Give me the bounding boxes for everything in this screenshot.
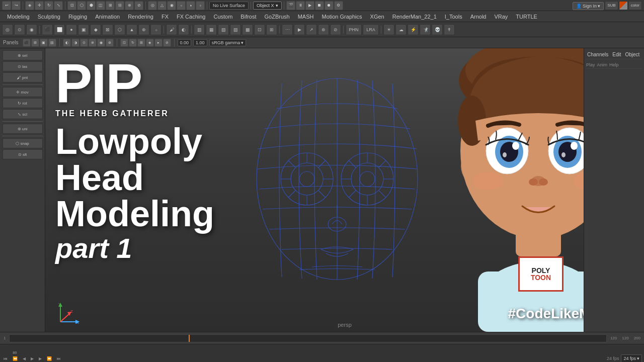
move-btn[interactable]: ✛: [35, 1, 44, 10]
menu-itools[interactable]: I_Tools: [441, 11, 466, 22]
snap-btn4[interactable]: ⬦: [177, 1, 186, 10]
mesh-btn3[interactable]: ⬢: [87, 1, 96, 10]
panel-icon-4[interactable]: ▤: [48, 39, 56, 47]
scale-btn[interactable]: ⤡: [54, 1, 63, 10]
extra-icon-5[interactable]: ▸: [154, 39, 163, 47]
render-btn2[interactable]: ⏸: [296, 1, 305, 10]
render-icon-5[interactable]: ◉: [97, 39, 105, 47]
tool-select[interactable]: ◎: [2, 24, 13, 35]
sidebar-btn-rotate[interactable]: ↻ rot: [3, 98, 43, 108]
timeline-track[interactable]: [9, 334, 606, 342]
tool-sculpt1[interactable]: 🖌: [166, 24, 177, 35]
tool-prim6[interactable]: ⊠: [102, 24, 113, 35]
phn-btn[interactable]: PHN: [346, 24, 362, 35]
menu-animation[interactable]: Animation: [91, 11, 124, 22]
tool-extra1[interactable]: ⋯: [282, 24, 293, 35]
menu-bifrost[interactable]: Bifrost: [236, 11, 260, 22]
render-icon-1[interactable]: ◐: [63, 39, 71, 47]
render-btn3[interactable]: ▶: [305, 1, 314, 10]
menu-sculpting[interactable]: Sculpting: [34, 11, 64, 22]
tool-snap2[interactable]: ⊞: [266, 24, 277, 35]
playback-prev-key[interactable]: ⏪: [11, 356, 19, 361]
mesh-btn7[interactable]: ⊕: [125, 1, 134, 10]
tool-prim7[interactable]: ⬡: [114, 24, 125, 35]
render-icon-6[interactable]: ⊛: [106, 39, 114, 47]
menu-mash[interactable]: MASH: [294, 11, 318, 22]
light-btn1[interactable]: ☀: [383, 24, 394, 35]
redo-btn[interactable]: ↪: [12, 1, 21, 10]
tool-mesh1[interactable]: ▥: [194, 24, 205, 35]
menu-renderman[interactable]: RenderMan_22_1: [388, 11, 441, 22]
render-icon-2[interactable]: ◑: [71, 39, 79, 47]
tool-prim5[interactable]: ◆: [90, 24, 101, 35]
menu-vray[interactable]: VRay: [490, 11, 512, 22]
mesh-btn4[interactable]: ◫: [96, 1, 105, 10]
skull-btn[interactable]: 💀: [432, 24, 443, 35]
sidebar-btn-universal[interactable]: ⊛ uni: [3, 124, 43, 134]
menu-turtle[interactable]: TURTLE: [512, 11, 541, 22]
gamma-value2[interactable]: 1.00: [193, 39, 207, 46]
tool-prim3[interactable]: ●: [66, 24, 77, 35]
snap-btn1[interactable]: ◎: [148, 1, 157, 10]
color-label[interactable]: color: [628, 1, 642, 10]
sidebar-btn-move[interactable]: ✛ mov: [3, 87, 43, 97]
playback-prev-frame[interactable]: ◀: [21, 356, 27, 361]
sidebar-btn-scale[interactable]: ⤡ scl: [3, 109, 43, 119]
extra-icon-2[interactable]: ↻: [129, 39, 137, 47]
object-x-dropdown[interactable]: Object X ▾: [253, 2, 282, 10]
render-btn6[interactable]: ⚙: [334, 1, 343, 10]
playback-start[interactable]: ⏮: [2, 356, 9, 361]
tool-prim1[interactable]: ⬛: [42, 24, 53, 35]
menu-fx[interactable]: FX: [157, 11, 173, 22]
tool-loop[interactable]: ⊙: [14, 24, 25, 35]
edit-tab[interactable]: Edit: [611, 51, 622, 58]
menu-modeling[interactable]: Modeling: [3, 11, 34, 22]
extra-icon-6[interactable]: ⊘: [163, 39, 171, 47]
menu-fx-caching[interactable]: FX Caching: [173, 11, 209, 22]
tool-sculpt2[interactable]: ◐: [178, 24, 189, 35]
color-swatch[interactable]: [619, 1, 628, 10]
cross-btn[interactable]: ✝: [444, 24, 455, 35]
tool-mesh3[interactable]: ▧: [218, 24, 229, 35]
extra-icon-3[interactable]: ⊞: [137, 39, 145, 47]
channels-tab[interactable]: Channels: [586, 51, 609, 58]
mesh-btn8[interactable]: ⊘: [134, 1, 143, 10]
tool-ring[interactable]: ◉: [26, 24, 37, 35]
no-live-surface[interactable]: No Live Surface: [209, 2, 249, 10]
sub-label[interactable]: SUB: [605, 1, 618, 10]
snap-btn3[interactable]: ◉: [167, 1, 176, 10]
play-tab[interactable]: Play: [586, 62, 595, 67]
light-btn3[interactable]: ⚡: [408, 24, 419, 35]
tool-extra2[interactable]: ▶: [294, 24, 305, 35]
tool-mesh4[interactable]: ▨: [230, 24, 241, 35]
menu-custom[interactable]: Custom: [209, 11, 236, 22]
playback-play[interactable]: ▶: [29, 356, 35, 361]
sidebar-btn-soft[interactable]: ⊙ sft: [3, 149, 43, 159]
mesh-btn2[interactable]: ⬡: [77, 1, 86, 10]
undo-btn[interactable]: ↩: [2, 1, 11, 10]
tool-extra4[interactable]: ⊛: [318, 24, 329, 35]
tool-extra5[interactable]: ⊘: [330, 24, 341, 35]
render-icon-4[interactable]: ⊕: [89, 39, 97, 47]
tool-snap1[interactable]: ⊡: [254, 24, 265, 35]
lra-btn[interactable]: LRA: [363, 24, 379, 35]
rotate-btn[interactable]: ↻: [44, 1, 53, 10]
character-btn[interactable]: 🤺: [420, 24, 431, 35]
anim-tab[interactable]: Anim: [597, 62, 608, 67]
snap-btn2[interactable]: △: [157, 1, 167, 10]
playback-next-key[interactable]: ⏩: [45, 356, 53, 361]
help-tab[interactable]: Help: [609, 62, 619, 67]
tool-prim8[interactable]: ▲: [126, 24, 137, 35]
mesh-btn5[interactable]: ⊞: [106, 1, 115, 10]
tool-mesh5[interactable]: ▩: [242, 24, 253, 35]
menu-xgen[interactable]: XGen: [366, 11, 388, 22]
render-icon-3[interactable]: ⊙: [80, 39, 88, 47]
tool-prim4[interactable]: ▣: [78, 24, 89, 35]
menu-gozbrush[interactable]: GoZBrush: [261, 11, 294, 22]
snap-btn5[interactable]: ⬧: [186, 1, 195, 10]
sign-in-button[interactable]: 👤 Sign In ▾: [573, 2, 604, 10]
frame-end-display[interactable]: 200: [632, 336, 642, 340]
tool-prim10[interactable]: ⬦: [150, 24, 162, 35]
menu-rendering[interactable]: Rendering: [124, 11, 157, 22]
menu-motion-graphics[interactable]: Motion Graphics: [317, 11, 366, 22]
